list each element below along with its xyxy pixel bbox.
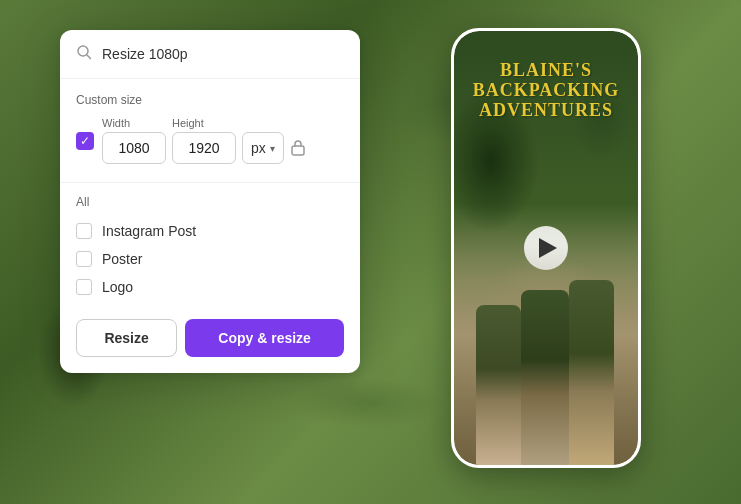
all-label: All xyxy=(60,189,360,211)
dialog-footer: Resize Copy & resize xyxy=(60,307,360,373)
phone-mockup: Blaine's Backpacking Adventures xyxy=(451,28,641,468)
width-input[interactable] xyxy=(102,132,166,164)
search-icon xyxy=(76,44,92,64)
poster-checkbox[interactable] xyxy=(76,251,92,267)
unit-label: px xyxy=(251,140,266,156)
height-label: Height xyxy=(172,117,236,129)
figure-group xyxy=(466,265,626,465)
phone-title: Blaine's Backpacking Adventures xyxy=(454,61,638,120)
search-row: Resize 1080p xyxy=(60,30,360,79)
poster-label: Poster xyxy=(102,251,142,267)
resize-dialog: Resize 1080p Custom size ✓ Width Height … xyxy=(60,30,360,373)
custom-size-row: ✓ Width Height px ▾ xyxy=(76,117,344,164)
logo-checkbox[interactable] xyxy=(76,279,92,295)
preset-instagram-post: Instagram Post xyxy=(76,217,344,245)
dimension-fields: Width Height px ▾ xyxy=(102,117,306,164)
search-label: Resize 1080p xyxy=(102,46,188,62)
height-field-column: Height xyxy=(172,117,236,164)
logo-label: Logo xyxy=(102,279,133,295)
custom-size-checkbox[interactable]: ✓ xyxy=(76,132,94,150)
figure-3 xyxy=(569,280,614,465)
svg-rect-2 xyxy=(292,146,304,155)
resize-button[interactable]: Resize xyxy=(76,319,177,357)
lock-icon[interactable] xyxy=(290,138,306,160)
svg-line-1 xyxy=(87,55,91,59)
preset-list: Instagram Post Poster Logo xyxy=(60,211,360,307)
instagram-post-checkbox[interactable] xyxy=(76,223,92,239)
checkmark-icon: ✓ xyxy=(80,135,90,147)
width-field-column: Width xyxy=(102,117,166,164)
phone-screen: Blaine's Backpacking Adventures xyxy=(454,31,638,465)
phone-people-area xyxy=(454,245,638,465)
chevron-down-icon: ▾ xyxy=(270,143,275,154)
preset-poster: Poster xyxy=(76,245,344,273)
height-input[interactable] xyxy=(172,132,236,164)
custom-size-label: Custom size xyxy=(76,93,344,107)
width-label: Width xyxy=(102,117,166,129)
divider-1 xyxy=(60,182,360,183)
figure-1 xyxy=(476,305,521,465)
custom-size-section: Custom size ✓ Width Height px ▾ xyxy=(60,79,360,176)
figure-2 xyxy=(521,290,569,465)
unit-select[interactable]: px ▾ xyxy=(242,132,284,164)
instagram-post-label: Instagram Post xyxy=(102,223,196,239)
preset-logo: Logo xyxy=(76,273,344,301)
copy-resize-button[interactable]: Copy & resize xyxy=(185,319,344,357)
